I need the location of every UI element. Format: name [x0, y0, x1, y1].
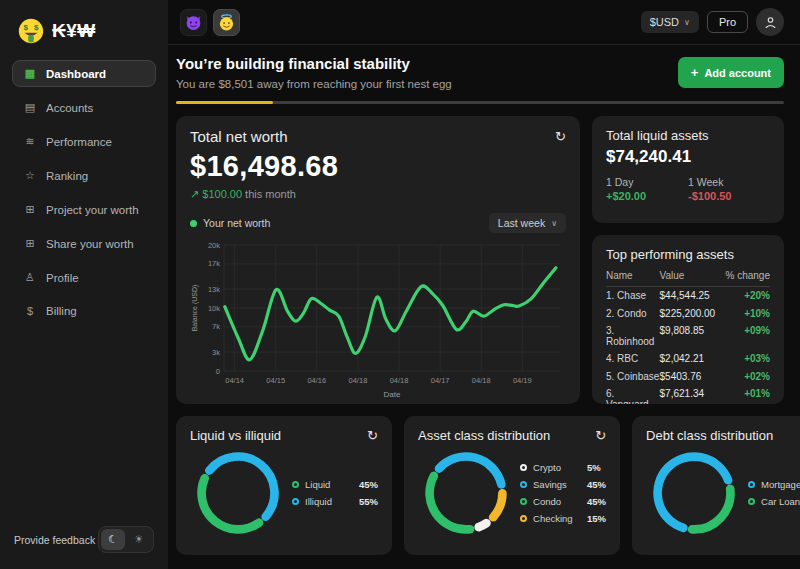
legend-item: Checking15%	[520, 513, 606, 524]
asset-pct-change: +10%	[718, 308, 770, 319]
legend-item: Illiquid55%	[292, 496, 378, 507]
legend-label: Illiquid	[305, 496, 353, 507]
dashboard-icon: ▦	[23, 67, 37, 80]
total-net-worth-card: Total net worth ↻ $16,498.68 ↗ $100.00 t…	[176, 116, 580, 404]
asset-pct-change: +01%	[718, 388, 770, 404]
asset-name: 5. Coinbase	[606, 371, 660, 382]
top-performing-assets-card: Top performing assets Name Value % chang…	[592, 235, 784, 404]
donut-legend: Mortgage70%Car Loan30%	[748, 479, 800, 507]
sidebar-item-profile[interactable]: ♙Profile	[12, 264, 156, 291]
legend-dot-icon	[748, 481, 755, 488]
legend-item: Car Loan30%	[748, 496, 800, 507]
legend-item: Mortgage70%	[748, 479, 800, 490]
asset-name: 3. Robinhood	[606, 325, 660, 347]
table-row: 1. Chase$44,544.25+20%	[606, 287, 770, 304]
legend-dot-icon	[520, 515, 527, 522]
legend-label: Savings	[533, 479, 581, 490]
asset-value: $2,042.21	[660, 353, 718, 364]
dark-mode-button[interactable]: ☾	[101, 529, 125, 550]
sidebar-item-label: Ranking	[46, 170, 88, 182]
chart-legend-item: Your net worth	[190, 217, 270, 229]
sidebar-item-accounts[interactable]: ▤Accounts	[12, 94, 156, 121]
app-root: $ $ ₭¥₩ ▦Dashboard▤Accounts≋Performance☆…	[0, 0, 800, 569]
sidebar-item-share-your-worth[interactable]: ⊞Share your worth	[12, 230, 156, 257]
asset-pct-change: +03%	[718, 353, 770, 364]
svg-text:04/16: 04/16	[307, 376, 326, 385]
svg-text:04/15: 04/15	[266, 376, 285, 385]
time-range-selector[interactable]: Last week ∨	[489, 213, 566, 233]
legend-label: Mortgage	[761, 479, 800, 490]
sidebar-item-performance[interactable]: ≋Performance	[12, 128, 156, 155]
legend-pct: 45%	[359, 479, 378, 490]
card-title: Debt class distribution	[646, 428, 773, 443]
legend-label: Car Loan	[761, 496, 800, 507]
card-title: Liquid vs illiquid	[190, 428, 281, 443]
svg-text:7k: 7k	[212, 322, 220, 331]
page-title: You’re building financial stability	[176, 55, 452, 72]
sidebar-item-project-your-worth[interactable]: ⊞Project your worth	[12, 196, 156, 223]
devil-face-icon[interactable]	[180, 9, 207, 36]
table-row: 4. RBC$2,042.21+03%	[606, 350, 770, 367]
accounts-icon: ▤	[23, 101, 37, 114]
legend-pct: 45%	[587, 496, 606, 507]
topbar: $USD ∨ Pro	[168, 0, 800, 45]
svg-text:04/18: 04/18	[390, 376, 409, 385]
one-day-value: +$20.00	[606, 190, 688, 202]
sidebar-nav: ▦Dashboard▤Accounts≋Performance☆Ranking⊞…	[12, 60, 156, 331]
donut-legend: Crypto5%Savings45%Condo45%Checking15%	[520, 462, 606, 524]
pro-badge[interactable]: Pro	[707, 11, 748, 33]
table-row: 2. Condo$225,200.00+10%	[606, 304, 770, 321]
legend-label: Checking	[533, 513, 581, 524]
legend-dot-icon	[292, 498, 299, 505]
halo-face-icon[interactable]	[213, 9, 240, 36]
svg-text:04/18: 04/18	[472, 376, 491, 385]
svg-text:04/17: 04/17	[431, 376, 450, 385]
sun-icon: ☀	[134, 533, 144, 545]
asset-value: $44,544.25	[660, 290, 718, 301]
refresh-icon[interactable]: ↻	[367, 429, 378, 442]
refresh-icon[interactable]: ↻	[555, 130, 566, 143]
asset-pct-change: +02%	[718, 371, 770, 382]
theme-toggle: ☾ ☀	[98, 526, 154, 553]
share-your-worth-icon: ⊞	[23, 237, 37, 250]
moon-icon: ☾	[108, 533, 118, 545]
asset-value: $5403.76	[660, 371, 718, 382]
net-worth-chart: 04/1404/1504/1604/1804/1804/1704/1804/19…	[190, 237, 566, 405]
liquid-vs-illiquid-card: Liquid vs illiquid ↻ Liquid45%Illiquid55…	[176, 416, 392, 555]
card-title: Top performing assets	[606, 247, 770, 262]
legend-pct: 45%	[587, 479, 606, 490]
asset-class-distribution-donut	[420, 447, 512, 539]
person-icon	[763, 15, 778, 30]
sidebar-item-dashboard[interactable]: ▦Dashboard	[12, 60, 156, 87]
legend-label: Crypto	[533, 462, 581, 473]
sidebar-footer: Provide feedback ☾ ☀	[12, 526, 156, 553]
project-your-worth-icon: ⊞	[23, 203, 37, 216]
asset-name: 1. Chase	[606, 290, 660, 301]
sidebar-item-billing[interactable]: $Billing	[12, 298, 156, 324]
svg-text:$: $	[23, 23, 28, 32]
user-avatar[interactable]	[756, 8, 784, 36]
one-day-label: 1 Day	[606, 176, 688, 188]
table-row: 6. Vanguard$7,621.34+01%	[606, 385, 770, 404]
legend-item: Savings45%	[520, 479, 606, 490]
refresh-icon[interactable]: ↻	[595, 429, 606, 442]
sidebar-item-label: Profile	[46, 272, 79, 284]
provide-feedback-link[interactable]: Provide feedback	[14, 534, 95, 546]
sidebar-item-ranking[interactable]: ☆Ranking	[12, 162, 156, 189]
liquid-vs-illiquid-donut	[192, 447, 284, 539]
asset-name: 4. RBC	[606, 353, 660, 364]
add-account-button[interactable]: + Add account	[678, 57, 784, 88]
sidebar-item-label: Billing	[46, 305, 77, 317]
legend-dot-icon	[292, 481, 299, 488]
currency-selector[interactable]: $USD ∨	[641, 11, 699, 33]
asset-value: $7,621.34	[660, 388, 718, 404]
light-mode-button[interactable]: ☀	[127, 529, 151, 550]
asset-name: 6. Vanguard	[606, 388, 660, 404]
chevron-down-icon: ∨	[684, 18, 690, 27]
legend-label: Liquid	[305, 479, 353, 490]
legend-pct: 55%	[359, 496, 378, 507]
total-liquid-assets-card: Total liquid assets $74,240.41 1 Day 1 W…	[592, 116, 784, 223]
card-title: Total liquid assets	[606, 128, 770, 143]
svg-text:10k: 10k	[208, 304, 220, 313]
logo-text: ₭¥₩	[52, 20, 96, 42]
